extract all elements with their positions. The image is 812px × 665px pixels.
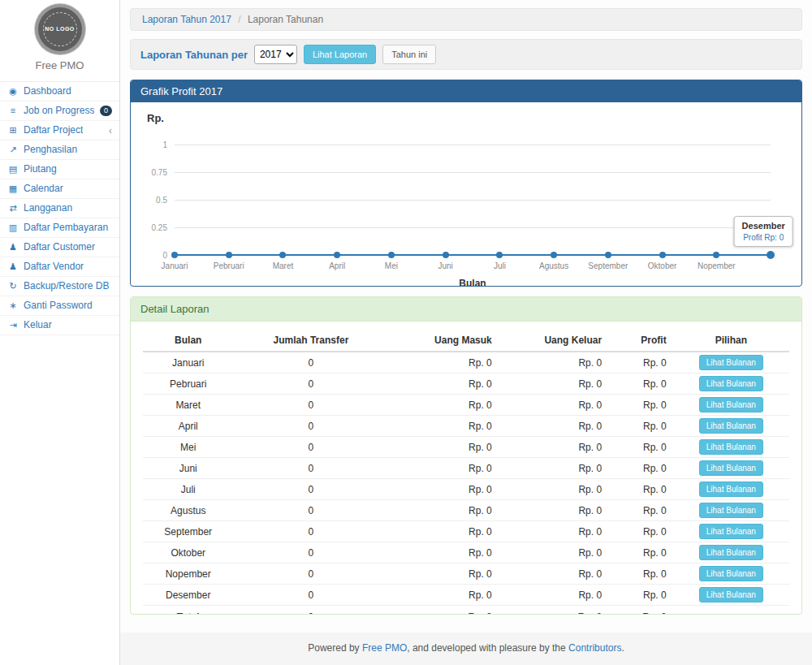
- plot-area: 1 0.75 0.5 0.25 0: [175, 145, 771, 255]
- chart-panel-title: Grafik Profit 2017: [131, 80, 801, 102]
- sidebar-item-langganan[interactable]: ⇄ Langganan: [0, 199, 119, 218]
- footer-brand-link[interactable]: Free PMO: [362, 642, 407, 654]
- footer-contributors-link[interactable]: Contributors: [568, 642, 621, 654]
- profit-point[interactable]: [171, 252, 178, 258]
- view-monthly-button[interactable]: Lihat Bulanan: [699, 545, 763, 560]
- profit-point[interactable]: [226, 252, 232, 258]
- cell-uang-keluar: Rp. 0: [499, 521, 608, 542]
- view-monthly-button[interactable]: Lihat Bulanan: [699, 460, 763, 476]
- total-uang-keluar: Rp. 0: [499, 606, 608, 615]
- table-row: Juni 0 Rp. 0 Rp. 0 Rp. 0 Lihat Bulanan: [143, 458, 789, 479]
- cell-transfer: 0: [233, 437, 388, 458]
- sidebar-item-ganti-password[interactable]: ∗ Ganti Password: [0, 296, 119, 316]
- view-monthly-button[interactable]: Lihat Bulanan: [699, 418, 763, 434]
- sidebar-item-job-on-progress[interactable]: ≡ Job on Progress 0: [0, 101, 119, 121]
- profit-point[interactable]: [279, 252, 286, 258]
- sidebar-item-penghasilan[interactable]: ↗ Penghasilan: [0, 140, 119, 160]
- breadcrumb-separator: /: [238, 14, 240, 25]
- view-monthly-button[interactable]: Lihat Bulanan: [699, 503, 763, 518]
- cell-uang-masuk: Rp. 0: [388, 542, 498, 564]
- cell-uang-keluar: Rp. 0: [499, 564, 608, 585]
- this-year-button[interactable]: Tahun ini: [382, 45, 436, 64]
- cell-month: Pebruari: [143, 374, 233, 395]
- cell-transfer: 0: [233, 416, 388, 437]
- cell-transfer: 0: [233, 542, 388, 564]
- cell-month: Oktober: [143, 542, 233, 564]
- cell-uang-masuk: Rp. 0: [388, 416, 498, 437]
- sidebar-item-label: Langganan: [24, 202, 72, 214]
- view-monthly-button[interactable]: Lihat Bulanan: [699, 376, 763, 391]
- view-monthly-button[interactable]: Lihat Bulanan: [699, 355, 763, 370]
- cell-transfer: 0: [233, 479, 388, 500]
- profit-point[interactable]: [496, 252, 503, 258]
- profit-point[interactable]: [605, 252, 611, 258]
- cell-profit: Rp. 0: [608, 500, 673, 521]
- sidebar-item-label: Ganti Password: [24, 300, 93, 312]
- x-axis-label: Agustus: [539, 261, 568, 270]
- sidebar-item-dashboard[interactable]: ◉ Dashboard: [0, 82, 119, 101]
- view-report-button[interactable]: Lihat Laporan: [304, 45, 376, 64]
- cell-profit: Rp. 0: [608, 521, 673, 542]
- chart-tooltip: Desember Profit Rp: 0: [734, 216, 793, 247]
- sidebar-item-label: Backup/Restore DB: [24, 280, 109, 292]
- y-tick-label: 0.25: [135, 223, 167, 232]
- breadcrumb-link[interactable]: Laporan Tahun 2017: [142, 14, 231, 25]
- cell-uang-masuk: Rp. 0: [388, 374, 498, 395]
- logo-text: NO LOGO: [43, 12, 77, 46]
- profit-point[interactable]: [443, 252, 449, 258]
- cell-profit: Rp. 0: [608, 416, 673, 437]
- cell-uang-keluar: Rp. 0: [499, 458, 608, 479]
- brand-name: Free PMO: [0, 51, 119, 81]
- sidebar-item-backup-restore-db[interactable]: ↻ Backup/Restore DB: [0, 277, 119, 296]
- breadcrumb: Laporan Tahun 2017 / Laporan Tahunan: [130, 8, 802, 31]
- sidebar-item-label: Daftar Project: [24, 124, 83, 136]
- app-window: NO LOGO Free PMO ◉ Dashboard ≡ Job on Pr…: [0, 0, 812, 665]
- sidebar-item-daftar-customer[interactable]: ♟ Daftar Customer: [0, 238, 119, 257]
- main-content: Laporan Tahun 2017 / Laporan Tahunan Lap…: [120, 0, 812, 665]
- sidebar-item-label: Job on Progress: [24, 105, 94, 117]
- sidebar-item-daftar-project[interactable]: ⊞ Daftar Project ‹: [0, 121, 119, 140]
- table-row: Maret 0 Rp. 0 Rp. 0 Rp. 0 Lihat Bulanan: [143, 395, 789, 416]
- view-monthly-button[interactable]: Lihat Bulanan: [699, 587, 763, 602]
- y-tick-label: 0.5: [135, 196, 167, 205]
- sidebar-item-keluar[interactable]: ⇥ Keluar: [0, 316, 119, 335]
- sidebar-item-label: Daftar Vendor: [24, 261, 84, 273]
- sidebar-item-label: Penghasilan: [24, 144, 77, 156]
- cell-month: Mei: [143, 437, 233, 458]
- gridline: [175, 227, 771, 228]
- profit-point-active[interactable]: [767, 251, 775, 259]
- view-monthly-button[interactable]: Lihat Bulanan: [699, 439, 763, 455]
- view-monthly-button[interactable]: Lihat Bulanan: [699, 524, 763, 539]
- profit-point[interactable]: [388, 252, 395, 258]
- profit-chart-panel: Grafik Profit 2017 Rp. 1 0.75 0.5 0.25 0: [130, 80, 802, 287]
- y-tick-label: 0: [135, 251, 167, 260]
- col-header-uang-masuk: Uang Masuk: [388, 330, 498, 352]
- sidebar-item-calendar[interactable]: ▦ Calendar: [0, 179, 119, 199]
- cell-transfer: 0: [233, 458, 388, 479]
- sidebar-item-daftar-pembayaran[interactable]: ▥ Daftar Pembayaran: [0, 218, 119, 238]
- x-axis-label: Maret: [273, 261, 294, 270]
- view-monthly-button[interactable]: Lihat Bulanan: [699, 566, 763, 581]
- sidebar-item-label: Daftar Customer: [24, 241, 95, 253]
- total-label: Total: [143, 606, 233, 615]
- view-monthly-button[interactable]: Lihat Bulanan: [699, 481, 763, 497]
- profit-point[interactable]: [659, 252, 666, 258]
- sidebar-item-label: Keluar: [24, 319, 52, 331]
- cell-month: Juli: [143, 479, 233, 500]
- profit-point[interactable]: [713, 252, 719, 258]
- sidebar-item-piutang[interactable]: ▤ Piutang: [0, 160, 119, 179]
- gridline: [175, 200, 771, 201]
- detail-panel-title: Detail Laporan: [131, 297, 801, 322]
- cell-profit: Rp. 0: [608, 352, 673, 374]
- sidebar-item-daftar-vendor[interactable]: ♟ Daftar Vendor: [0, 257, 119, 277]
- view-monthly-button[interactable]: Lihat Bulanan: [699, 397, 763, 412]
- cell-uang-masuk: Rp. 0: [388, 500, 498, 521]
- x-axis-label: September: [588, 261, 628, 270]
- payments-icon: ▥: [7, 222, 19, 234]
- profit-point[interactable]: [334, 252, 340, 258]
- year-select[interactable]: 2017: [254, 45, 297, 64]
- sidebar-item-label: Dashboard: [24, 85, 71, 97]
- vendors-icon: ♟: [7, 261, 19, 273]
- profit-point[interactable]: [551, 252, 557, 258]
- cell-uang-masuk: Rp. 0: [388, 521, 498, 542]
